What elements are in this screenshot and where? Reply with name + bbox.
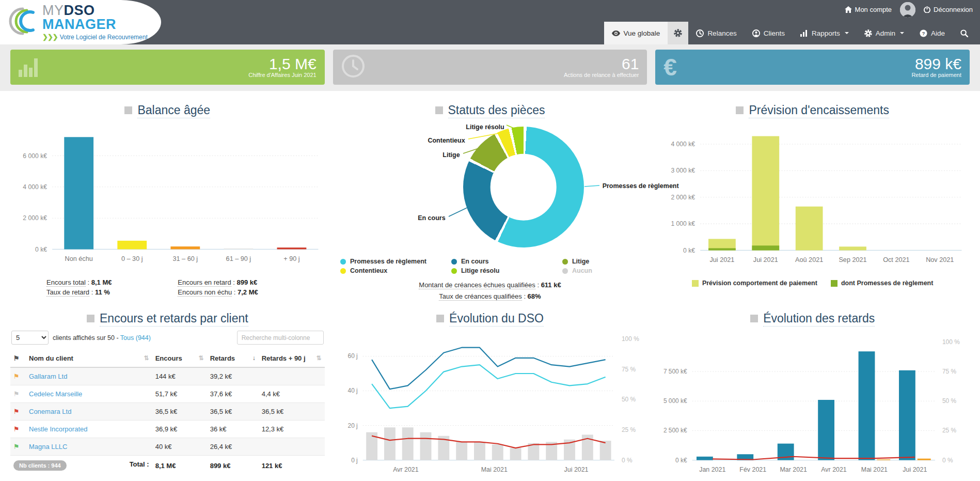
cell-retards90 (259, 438, 325, 456)
legend-item[interactable]: En cours (451, 258, 562, 265)
table-row: ⚑ Cedelec Marseille 51,7 k€ 37,6 k€ 4,4 … (10, 385, 325, 403)
donut[interactable] (463, 127, 584, 247)
svg-text:25 %: 25 % (622, 426, 636, 433)
stat-label: Taux de retard (46, 288, 89, 297)
legend-item[interactable]: Litige (562, 258, 640, 265)
svg-text:2 500 k€: 2 500 k€ (663, 427, 687, 435)
cell-retards: 36,5 k€ (207, 403, 259, 421)
kpi-label: Actions de relance à effectuer (564, 72, 639, 79)
sort-icon: ⇅ (144, 354, 149, 362)
page-size-select[interactable]: 5 (11, 331, 49, 345)
column-flag[interactable]: ⚑ (10, 350, 26, 367)
kpi-chiffre-affaires[interactable]: 1,5 M€ Chiffre d'Affaires Juin 2021 (10, 50, 325, 85)
balance-agee-chart: 0 k€2 000 k€4 000 k€6 000 k€Non échu0 – … (10, 122, 325, 275)
svg-text:60 j: 60 j (347, 353, 357, 360)
svg-text:4 000 k€: 4 000 k€ (23, 183, 47, 191)
svg-text:3 000 k€: 3 000 k€ (671, 167, 696, 174)
column-retards-90[interactable]: Retards + 90 j⇅ (259, 350, 325, 367)
kpi-actions-relance[interactable]: 61 Actions de relance à effectuer (333, 50, 647, 85)
cell-retards90: 36,5 k€ (259, 403, 325, 421)
panel-title: Évolution du DSO (333, 312, 647, 325)
client-link[interactable]: Gallaram Ltd (29, 373, 67, 380)
svg-text:Nov 2021: Nov 2021 (926, 256, 954, 263)
tous-link[interactable]: Tous (944) (120, 334, 151, 342)
client-link[interactable]: Conemara Ltd (29, 408, 71, 415)
svg-text:Mai 2021: Mai 2021 (861, 466, 888, 473)
svg-text:50 %: 50 % (942, 397, 957, 405)
search-button[interactable] (953, 22, 976, 44)
legend-dot (562, 268, 568, 274)
app-logo[interactable]: MYDSO MANAGER ❯❯❯Votre Logiciel de Recou… (0, 0, 161, 44)
legend-item[interactable]: Aucun (562, 267, 640, 274)
panel-title: Prévision d'encaissements (655, 103, 970, 117)
svg-text:75 %: 75 % (622, 366, 636, 373)
panel-evolution-dso: Évolution du DSO 0 j20 j40 j60 j0 %25 %5… (333, 307, 647, 481)
panel-evolution-retards: Évolution des retards 0 k€2 500 k€5 000 … (655, 307, 970, 481)
tab-clients[interactable]: Clients (745, 22, 793, 44)
svg-text:0 j: 0 j (351, 457, 358, 464)
tab-rapports[interactable]: Rapports (793, 22, 857, 44)
search-icon (960, 29, 968, 37)
my-account-link[interactable]: Mon compte (845, 6, 892, 13)
flag-icon: ⚑ (13, 354, 20, 362)
client-link[interactable]: Nestle Incorporated (29, 425, 87, 433)
flag-icon: ⚑ (13, 443, 20, 451)
svg-text:25 %: 25 % (942, 427, 957, 435)
legend-item[interactable]: Prévision comportement de paiement (692, 280, 817, 287)
clock-icon (341, 54, 365, 80)
legend-item[interactable]: dont Promesses de règlement (831, 280, 934, 287)
column-encours[interactable]: Encours⇅ (152, 350, 207, 367)
caret-down-icon (900, 32, 904, 34)
stat-label: Montant de créances échues qualifiées (419, 281, 535, 289)
legend-item[interactable]: Promesses de règlement (340, 258, 451, 265)
tab-vue-globale[interactable]: Vue globale (604, 22, 668, 44)
avatar[interactable] (900, 2, 915, 18)
dashboard-grid: Balance âgée 0 k€2 000 k€4 000 k€6 000 k… (0, 91, 980, 481)
tab-admin[interactable]: Admin (857, 22, 912, 44)
table-info: clients affichés sur 50 - Tous (944) (53, 334, 151, 342)
column-nom-client[interactable]: Nom du client⇅ (26, 350, 152, 367)
multi-column-search-input[interactable] (237, 331, 324, 345)
cell-encours: 36,5 k€ (152, 403, 207, 421)
svg-text:Mai 2021: Mai 2021 (481, 466, 507, 473)
panel-prevision-encaissements: Prévision d'encaissements 0 k€1 000 k€2 … (655, 99, 970, 302)
navbar: MYDSO MANAGER ❯❯❯Votre Logiciel de Recou… (0, 0, 980, 44)
home-icon (845, 6, 852, 13)
svg-text:Aoû 2021: Aoû 2021 (795, 256, 823, 263)
table-controls: 5 clients affichés sur 50 - Tous (944) (11, 331, 324, 345)
logout-link[interactable]: Déconnexion (924, 6, 973, 13)
table-row: ⚑ Nestle Incorporated 36,9 k€ 36 k€ 12,3… (10, 421, 325, 438)
logo-tagline: ❯❯❯Votre Logiciel de Recouvrement (42, 33, 161, 41)
svg-text:Sep 2021: Sep 2021 (839, 256, 867, 263)
svg-text:31 – 60 j: 31 – 60 j (173, 255, 198, 262)
panel-title: Évolution des retards (655, 312, 970, 325)
title-bullet-icon (435, 106, 443, 114)
legend-item[interactable]: Contentieux (340, 267, 451, 274)
stat-value: 8,1 M€ (91, 278, 112, 286)
kpi-retard-paiement[interactable]: € 899 k€ Retard de paiement (655, 50, 970, 85)
stat-label: Taux de créances qualifiées (439, 292, 521, 301)
tab-relances[interactable]: Relances (688, 22, 744, 44)
svg-text:Oct 2021: Oct 2021 (883, 256, 910, 263)
title-bullet-icon (436, 315, 444, 322)
stat-value: 7,2 M€ (238, 288, 258, 296)
eye-icon (612, 30, 620, 36)
donut-label: Contentieux (428, 137, 465, 144)
svg-text:0 k€: 0 k€ (35, 246, 47, 253)
stat-value: 899 k€ (237, 278, 258, 286)
total-retards: 899 k€ (207, 456, 259, 476)
svg-text:Jui 2021: Jui 2021 (564, 466, 588, 473)
client-link[interactable]: Magna LLLC (29, 443, 67, 451)
client-link[interactable]: Cedelec Marseille (29, 390, 82, 398)
svg-text:2 000 k€: 2 000 k€ (23, 214, 47, 222)
tab-dashboard-settings[interactable] (668, 22, 688, 44)
account-bar: Mon compte Déconnexion (845, 0, 973, 19)
svg-text:0 – 30 j: 0 – 30 j (121, 255, 143, 262)
donut-label: Litige résolu (466, 123, 504, 131)
svg-text:75 %: 75 % (942, 368, 957, 375)
legend-item[interactable]: Litige résolu (451, 267, 562, 274)
column-retards[interactable]: Retards↓ (207, 350, 259, 367)
tab-aide[interactable]: ? Aide (912, 22, 953, 44)
donut-label: Litige (442, 151, 460, 159)
svg-text:Fév 2021: Fév 2021 (740, 466, 767, 473)
